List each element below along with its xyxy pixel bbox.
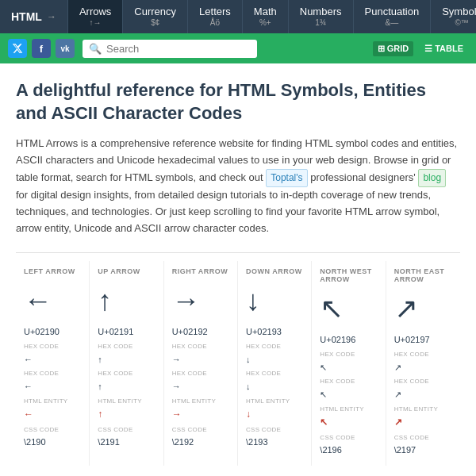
hex-label: HEX CODE	[394, 349, 452, 360]
hex-label: HEX CODE	[98, 341, 155, 352]
arrow-cell[interactable]: LEFT ARROW ← U+02190 HEX CODE ← HEX CODE…	[16, 261, 90, 466]
ascii-value: \2190	[24, 437, 46, 447]
arrow-codes: U+02197 HEX CODE ↗ HEX CODE ↗ HTML ENTIT…	[394, 332, 452, 458]
nav-sub: $¢	[151, 18, 159, 28]
arrow-symbol: ↗	[394, 294, 452, 323]
nav-sub: &—	[386, 18, 399, 28]
page-description: HTML Arrows is a comprehensive reference…	[16, 136, 460, 236]
arrow-separator: →	[47, 11, 56, 22]
hex-code-value: ↖	[320, 363, 327, 372]
dec-label: HEX CODE	[172, 368, 229, 379]
ascii-value: \2192	[172, 437, 194, 447]
page-title: A delightful reference for HTML Symbols,…	[16, 79, 460, 125]
arrow-codes: U+02193 HEX CODE ↓ HEX CODE ↓ HTML ENTIT…	[246, 324, 303, 450]
entity-value: ↑	[98, 409, 102, 420]
dec-code-value: ↖	[320, 390, 327, 399]
blog-link[interactable]: blog	[418, 169, 446, 187]
hex-label: HEX CODE	[172, 341, 229, 352]
nav-item-math[interactable]: Math%+	[243, 0, 289, 33]
nav-sub: %+	[259, 18, 271, 28]
toptal-badge[interactable]: Toptal's	[266, 169, 307, 187]
html-nav-item[interactable]: HTML →	[0, 0, 68, 33]
ascii-value: \2193	[246, 437, 268, 447]
arrow-symbol: ↖	[320, 294, 377, 323]
table-label: TABLE	[435, 44, 463, 53]
unicode-value: U+02190	[24, 327, 60, 336]
facebook-icon[interactable]: f	[32, 39, 51, 58]
ascii-label: CSS CODE	[24, 424, 81, 436]
nav-sub: 1¾	[315, 18, 326, 28]
nav-item-numbers[interactable]: Numbers1¾	[289, 0, 354, 33]
social-icons-group: f vk	[8, 39, 75, 58]
grid-view-button[interactable]: ⊞ GRID	[373, 41, 414, 56]
dec-code-value: ←	[24, 382, 33, 391]
entity-value: ←	[24, 409, 33, 420]
nav-label: Letters	[199, 6, 231, 18]
twitter-icon[interactable]	[8, 39, 27, 58]
ascii-label: CSS CODE	[320, 432, 377, 443]
ascii-label: CSS CODE	[172, 424, 229, 436]
dec-code-value: ↓	[246, 382, 251, 391]
arrow-symbol: ↓	[246, 286, 303, 315]
nav-item-currency[interactable]: Currency$¢	[123, 0, 188, 33]
dec-label: HEX CODE	[320, 376, 377, 387]
arrow-codes: U+02196 HEX CODE ↖ HEX CODE ↖ HTML ENTIT…	[320, 332, 377, 458]
unicode-value: U+02192	[172, 327, 208, 336]
entity-label: HTML ENTITY	[246, 396, 303, 407]
ascii-value: \2197	[394, 445, 416, 455]
arrow-cell[interactable]: DOWN ARROW ↓ U+02193 HEX CODE ↓ HEX CODE…	[238, 261, 312, 466]
entity-label: HTML ENTITY	[172, 396, 229, 407]
html-label: HTML	[11, 10, 42, 23]
arrow-codes: U+02192 HEX CODE → HEX CODE → HTML ENTIT…	[172, 324, 229, 450]
arrow-category: RIGHT ARROW	[172, 267, 229, 275]
grid-label: GRID	[387, 44, 409, 53]
ascii-value: \2196	[320, 445, 342, 455]
entity-label: HTML ENTITY	[24, 396, 81, 407]
nav-item-punctuation[interactable]: Punctuation&—	[354, 0, 432, 33]
arrow-cell[interactable]: RIGHT ARROW → U+02192 HEX CODE → HEX COD…	[164, 261, 238, 466]
ascii-value: \2191	[98, 437, 120, 447]
arrow-cell[interactable]: NORTH EAST ARROW ↗ U+02197 HEX CODE ↗ HE…	[386, 261, 460, 466]
arrow-category: NORTH WEST ARROW	[320, 267, 377, 283]
dec-code-value: ↗	[394, 390, 401, 399]
unicode-value: U+02193	[246, 327, 282, 336]
search-input[interactable]	[106, 43, 251, 55]
hex-label: HEX CODE	[24, 341, 81, 352]
unicode-value: U+02196	[320, 335, 355, 344]
nav-label: Arrows	[79, 6, 111, 18]
hex-code-value: ↓	[246, 355, 251, 364]
entity-label: HTML ENTITY	[394, 404, 452, 415]
nav-item-symbols[interactable]: Symbols©™	[431, 0, 476, 33]
arrow-category: NORTH EAST ARROW	[394, 267, 452, 283]
arrow-cell[interactable]: NORTH WEST ARROW ↖ U+02196 HEX CODE ↖ HE…	[312, 261, 386, 466]
arrow-codes: U+02191 HEX CODE ↑ HEX CODE ↑ HTML ENTIT…	[98, 324, 155, 450]
arrow-symbol: →	[172, 286, 229, 315]
nav-item-letters[interactable]: LettersÅö	[188, 0, 243, 33]
vk-icon[interactable]: vk	[56, 39, 75, 58]
vk-label: vk	[60, 44, 69, 53]
ascii-label: CSS CODE	[394, 432, 452, 443]
arrow-codes: U+02190 HEX CODE ← HEX CODE ← HTML ENTIT…	[24, 324, 81, 450]
dec-code-value: ↑	[98, 382, 102, 391]
hex-code-value: ↑	[98, 355, 102, 364]
hex-label: HEX CODE	[246, 341, 303, 352]
nav-label: Punctuation	[365, 6, 420, 18]
dec-label: HEX CODE	[394, 376, 452, 387]
grid-icon: ⊞	[378, 44, 385, 54]
search-box[interactable]: 🔍	[83, 40, 257, 58]
nav-sub: Åö	[210, 18, 220, 28]
arrow-cell[interactable]: UP ARROW ↑ U+02191 HEX CODE ↑ HEX CODE ↑…	[90, 261, 163, 466]
arrow-category: UP ARROW	[98, 267, 155, 275]
view-toggle-group: ⊞ GRID ☰ TABLE	[373, 41, 468, 56]
table-view-button[interactable]: ☰ TABLE	[420, 41, 468, 56]
entity-value: ↗	[394, 416, 402, 428]
nav-sub: ©™	[455, 18, 468, 28]
unicode-value: U+02191	[98, 327, 133, 336]
arrows-section: LEFT ARROW ← U+02190 HEX CODE ← HEX CODE…	[16, 252, 460, 474]
main-content: A delightful reference for HTML Symbols,…	[0, 63, 476, 476]
arrows-grid: LEFT ARROW ← U+02190 HEX CODE ← HEX CODE…	[16, 252, 460, 466]
dec-label: HEX CODE	[24, 368, 81, 379]
hex-code-value: ←	[24, 355, 33, 364]
hex-label: HEX CODE	[320, 349, 377, 360]
nav-item-arrows[interactable]: Arrows↑→	[68, 0, 123, 33]
